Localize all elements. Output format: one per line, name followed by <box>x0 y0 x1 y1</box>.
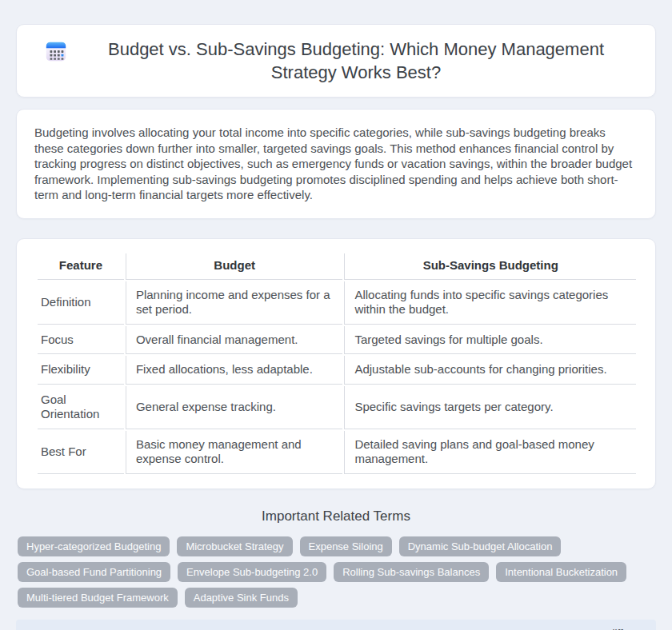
intro-card: Budgeting involves allocating your total… <box>16 109 656 219</box>
footer-site-name: moneydiff.com <box>576 627 646 630</box>
budget-cell: Planning income and expenses for a set p… <box>126 281 343 325</box>
sub-savings-cell: Allocating funds into specific savings c… <box>344 281 636 325</box>
budget-cell: General expense tracking. <box>126 386 343 429</box>
term-pill[interactable]: Intentional Bucketization <box>496 562 626 582</box>
table-row: Best For Basic money management and expe… <box>38 431 636 474</box>
page-title: Budget vs. Sub-Savings Budgeting: Which … <box>84 38 628 84</box>
budget-cell: Fixed allocations, less adaptable. <box>126 356 343 385</box>
term-pill[interactable]: Envelope Sub-budgeting 2.0 <box>178 562 326 582</box>
intro-text: Budgeting involves allocating your total… <box>34 125 638 203</box>
term-pill[interactable]: Goal-based Fund Partitioning <box>18 562 170 582</box>
sub-savings-cell: Targeted savings for multiple goals. <box>344 326 636 355</box>
feature-cell: Definition <box>38 281 124 325</box>
sub-savings-cell: Adjustable sub-accounts for changing pri… <box>344 356 636 385</box>
table-row: Goal Orientation General expense trackin… <box>38 386 636 429</box>
term-pill[interactable]: Dynamic Sub-budget Allocation <box>399 536 562 556</box>
table-header-row: Feature Budget Sub-Savings Budgeting <box>38 253 636 280</box>
feature-cell: Flexibility <box>38 356 124 385</box>
table-row: Definition Planning income and expenses … <box>38 281 636 325</box>
feature-cell: Focus <box>38 326 124 355</box>
related-terms-list: Hyper-categorized Budgeting Microbucket … <box>16 536 656 608</box>
term-pill[interactable]: Expense Siloing <box>300 536 392 556</box>
calendar-icon <box>44 39 68 63</box>
comparison-table-card: Feature Budget Sub-Savings Budgeting Def… <box>16 238 656 489</box>
sub-savings-cell: Specific savings targets per category. <box>344 386 636 429</box>
comparison-table: Feature Budget Sub-Savings Budgeting Def… <box>36 252 638 476</box>
column-header-feature: Feature <box>38 253 124 280</box>
budget-cell: Overall financial management. <box>126 326 343 355</box>
term-pill[interactable]: Microbucket Strategy <box>177 536 292 556</box>
feature-cell: Best For <box>38 431 124 474</box>
feature-cell: Goal Orientation <box>38 386 124 429</box>
term-pill[interactable]: Adaptive Sink Funds <box>185 588 298 608</box>
term-pill[interactable]: Hyper-categorized Budgeting <box>18 536 170 556</box>
column-header-budget: Budget <box>126 253 343 280</box>
table-row: Flexibility Fixed allocations, less adap… <box>38 356 636 385</box>
budget-cell: Basic money management and expense contr… <box>126 431 343 474</box>
page: Budget vs. Sub-Savings Budgeting: Which … <box>0 0 672 630</box>
term-pill[interactable]: Multi-tiered Budget Framework <box>18 588 178 608</box>
column-header-sub-savings: Sub-Savings Budgeting <box>344 253 636 280</box>
term-pill[interactable]: Rolling Sub-savings Balances <box>334 562 489 582</box>
related-terms-heading: Important Related Terms <box>16 508 656 524</box>
table-row: Focus Overall financial management. Targ… <box>38 326 636 355</box>
header-card: Budget vs. Sub-Savings Budgeting: Which … <box>16 24 656 98</box>
sub-savings-cell: Detailed saving plans and goal-based mon… <box>344 431 636 474</box>
footer-bar: moneydiff.com <box>16 620 656 630</box>
